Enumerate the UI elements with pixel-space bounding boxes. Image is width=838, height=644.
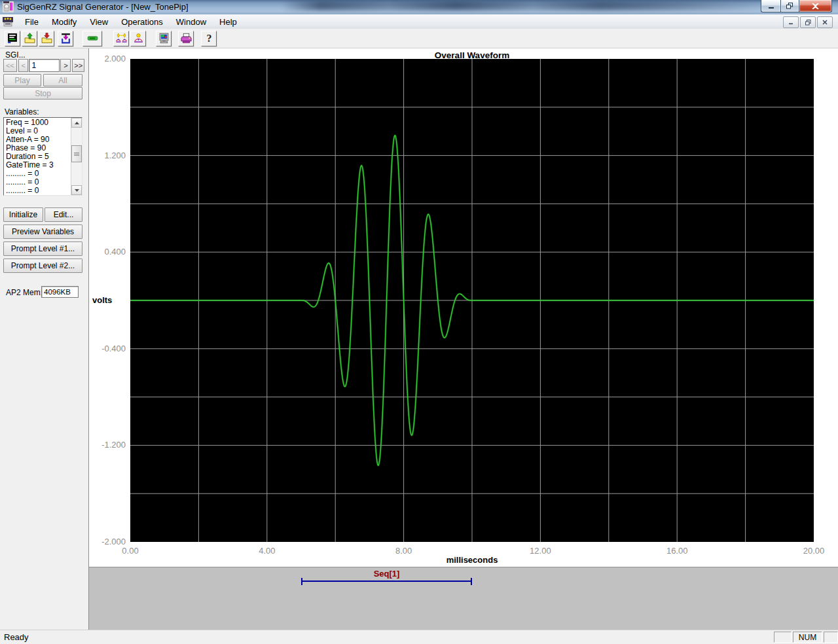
load-device-icon	[60, 33, 71, 44]
close-button[interactable]	[799, 0, 832, 12]
next-segment-button[interactable]: >	[60, 59, 71, 72]
mdi-restore-button[interactable]	[800, 16, 816, 28]
menu-item-window[interactable]: Window	[170, 14, 213, 29]
waveform-svg	[130, 59, 814, 542]
app-icon[interactable]	[3, 1, 14, 12]
app-window: SigGenRZ Signal Generator - [New_TonePip…	[0, 0, 838, 644]
window-title: SigGenRZ Signal Generator - [New_TonePip…	[17, 2, 189, 12]
arrow-up-icon	[75, 122, 79, 124]
x-tick-label: 16.00	[654, 546, 700, 556]
previous-segment-button[interactable]: <	[18, 59, 29, 72]
sequence-segment-line[interactable]	[301, 578, 472, 585]
help-about-button[interactable]: ?	[201, 31, 217, 46]
scrollbar-thumb[interactable]	[71, 145, 82, 162]
help-about-icon: ?	[204, 33, 215, 44]
status-cell-caps	[774, 632, 792, 643]
mdi-restore-icon	[805, 20, 811, 26]
x-tick-label: 0.00	[107, 546, 153, 556]
save-signal-icon	[41, 33, 52, 44]
mdi-close-button[interactable]	[817, 16, 833, 28]
x-tick-label: 4.00	[244, 546, 290, 556]
button-widget-button[interactable]	[82, 31, 102, 46]
open-signal-icon	[24, 33, 35, 44]
last-segment-button[interactable]: >>	[72, 59, 84, 72]
restore-button[interactable]	[780, 0, 799, 12]
view-segment-button[interactable]	[130, 31, 146, 46]
x-tick-label: 8.00	[381, 546, 427, 556]
mdi-minimize-button[interactable]	[783, 16, 799, 28]
segment-end-cap	[471, 578, 472, 585]
minimize-icon	[768, 3, 774, 9]
status-cell-scrl	[824, 632, 838, 643]
document-icon[interactable]	[3, 16, 13, 27]
y-tick-label: -2.000	[89, 537, 126, 546]
restore-icon	[786, 3, 793, 9]
menu-bar: FileModifyViewOperationsWindowHelp	[0, 14, 838, 29]
variables-scrollbar[interactable]	[71, 118, 82, 195]
plot-area	[130, 59, 814, 542]
segment-navigator: << < > >>	[3, 59, 84, 72]
x-tick-label: 12.00	[517, 546, 563, 556]
variable-item[interactable]: ......... = 0	[6, 187, 71, 195]
title-bar[interactable]: SigGenRZ Signal Generator - [New_TonePip…	[0, 0, 838, 14]
first-segment-button[interactable]: <<	[3, 59, 17, 72]
menu-item-file[interactable]: File	[18, 14, 45, 29]
y-tick-label: 0.400	[89, 247, 126, 257]
x-axis-label: milliseconds	[446, 555, 498, 565]
save-signal-button[interactable]	[39, 31, 54, 46]
play-all-button[interactable]: All	[43, 74, 82, 86]
view-all-segments-icon	[116, 33, 127, 44]
variables-listbox: Freq = 1000Level = 0Atten-A = 90Phase = …	[3, 117, 82, 196]
sgi-label: SGI...	[5, 50, 26, 60]
view-segment-icon	[133, 33, 144, 44]
chart-panel: Overall Waveform volts milliseconds 2.00…	[89, 48, 838, 567]
open-signal-button[interactable]	[22, 31, 37, 46]
prompt-level-2-button[interactable]: Prompt Level #2...	[3, 259, 82, 273]
variables-listbox-items: Freq = 1000Level = 0Atten-A = 90Phase = …	[4, 118, 71, 195]
sequence-label: Seq[1]	[374, 569, 400, 579]
scroll-up-button[interactable]	[71, 118, 82, 128]
status-bar: Ready NUM	[0, 630, 838, 644]
caption-buttons	[761, 0, 832, 12]
button-widget-icon	[87, 33, 98, 44]
variables-label: Variables:	[5, 107, 39, 116]
segment-number-input[interactable]	[29, 59, 60, 72]
minimize-button[interactable]	[761, 0, 780, 12]
svg-text:?: ?	[206, 33, 211, 44]
stop-button[interactable]: Stop	[3, 87, 82, 99]
toolbar: ?	[0, 29, 838, 48]
y-axis-label: volts	[92, 295, 112, 305]
print-button[interactable]	[178, 31, 194, 46]
view-all-segments-button[interactable]	[113, 31, 129, 46]
mdi-minimize-icon	[788, 20, 793, 25]
scroll-down-button[interactable]	[71, 185, 82, 195]
hardware-setup-icon	[158, 33, 170, 44]
mdi-window-buttons	[783, 16, 833, 28]
menu-items: FileModifyViewOperationsWindowHelp	[18, 14, 244, 29]
aero-glass-background	[282, 1, 766, 10]
control-panel: SGI... << < > >> Play All Stop Variables…	[0, 48, 89, 630]
status-message: Ready	[4, 632, 29, 642]
initialize-button[interactable]: Initialize	[3, 207, 43, 222]
load-device-button[interactable]	[58, 31, 73, 46]
arrow-down-icon	[75, 189, 79, 192]
segment-bar	[301, 581, 472, 582]
y-tick-label: 2.000	[89, 54, 126, 63]
preview-variables-button[interactable]: Preview Variables	[3, 224, 82, 239]
menu-item-help[interactable]: Help	[213, 14, 244, 29]
close-icon	[812, 3, 819, 9]
menu-item-modify[interactable]: Modify	[45, 14, 83, 29]
menu-item-view[interactable]: View	[83, 14, 115, 29]
waveform-display-button[interactable]	[5, 31, 20, 46]
ap2-mem-label: AP2 Mem:	[6, 288, 43, 297]
hardware-setup-button[interactable]	[156, 31, 172, 46]
menu-item-operations[interactable]: Operations	[115, 14, 170, 29]
prompt-level-1-button[interactable]: Prompt Level #1...	[3, 241, 82, 256]
y-tick-label: -1.200	[89, 440, 126, 450]
x-tick-label: 20.00	[791, 546, 837, 556]
y-tick-label: 1.200	[89, 151, 126, 160]
play-button[interactable]: Play	[3, 74, 41, 86]
sequence-band: Seq[1]	[89, 567, 838, 630]
edit-button[interactable]: Edit...	[45, 207, 82, 222]
mdi-close-icon	[822, 20, 828, 25]
